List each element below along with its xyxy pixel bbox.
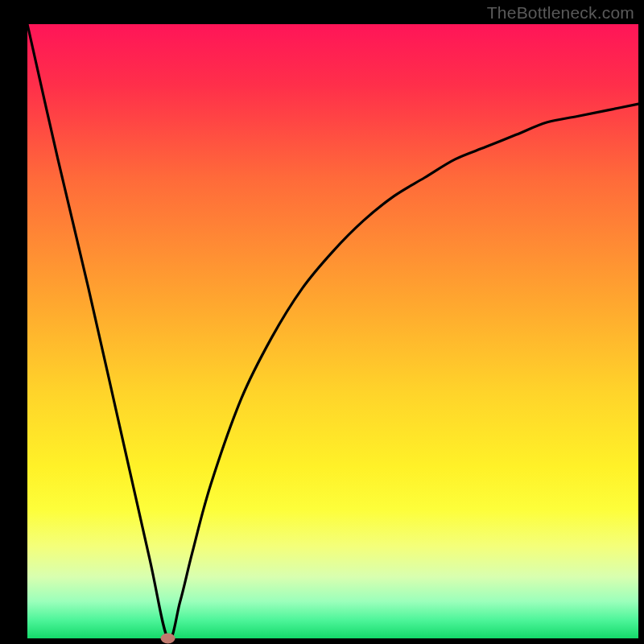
optimal-point-marker bbox=[161, 634, 175, 644]
watermark-text: TheBottleneck.com bbox=[487, 3, 634, 23]
chart-container: TheBottleneck.com bbox=[0, 0, 644, 644]
plot-background bbox=[27, 24, 638, 638]
bottleneck-chart bbox=[0, 0, 644, 644]
